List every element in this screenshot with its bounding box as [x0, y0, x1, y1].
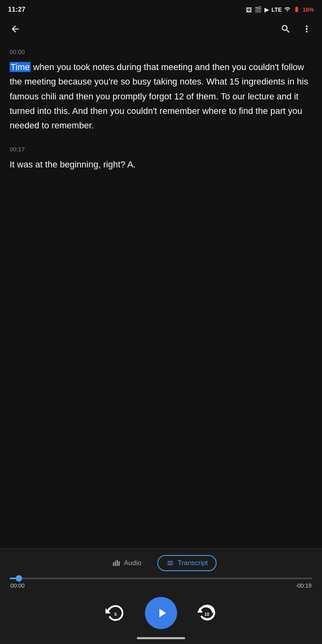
progress-thumb[interactable]: [16, 575, 22, 582]
svg-text:10: 10: [204, 612, 209, 617]
forward-button[interactable]: 10: [196, 603, 217, 623]
status-time: 11:27: [8, 6, 25, 13]
transcript-block-2: 00:17 It was at the beginning, right? A.: [10, 146, 312, 172]
gallery-icon: 🖼: [246, 6, 252, 13]
nav-actions: [277, 20, 316, 38]
signal-icon: [284, 6, 291, 14]
svg-rect-0: [113, 562, 114, 566]
transcript-text-1: Time when you took notes during that mee…: [10, 60, 312, 133]
timestamp-1: 00:00: [10, 48, 312, 55]
timestamp-2: 00:17: [10, 146, 312, 153]
back-button[interactable]: [6, 20, 24, 38]
play-store-icon: ▶: [264, 6, 269, 13]
transcript-text-2: It was at the beginning, right? A.: [10, 157, 312, 172]
transcript-tab-label: Transcript: [178, 559, 208, 567]
home-indicator: [0, 634, 322, 644]
highlighted-word: Time: [10, 62, 31, 72]
playback-controls: 5 10: [0, 590, 322, 634]
progress-times: 00:00 -00:19: [10, 582, 312, 589]
transcript-text-continuation: when you took notes during that meeting …: [10, 62, 308, 130]
status-right: 🖼 🎬 ▶ LTE 16%: [246, 6, 314, 14]
rewind-button[interactable]: 5: [105, 603, 126, 623]
search-button[interactable]: [277, 20, 295, 38]
tab-row: Audio Transcript: [0, 549, 322, 574]
progress-container[interactable]: 00:00 -00:19: [0, 574, 322, 590]
transcript-content: 00:00 Time when you took notes during th…: [0, 40, 322, 198]
home-bar: [137, 637, 185, 639]
transcript-block-1: 00:00 Time when you took notes during th…: [10, 48, 312, 133]
audio-tab-label: Audio: [124, 559, 141, 567]
transcript-tab[interactable]: Transcript: [157, 555, 217, 571]
play-button[interactable]: [145, 597, 177, 629]
more-options-button[interactable]: [298, 20, 316, 38]
svg-rect-1: [115, 561, 116, 566]
battery-percent: 16%: [303, 6, 314, 13]
battery-icon: [293, 6, 300, 14]
current-time: 00:00: [10, 582, 25, 589]
top-nav: [0, 18, 322, 40]
remaining-time: -00:19: [295, 582, 312, 589]
audio-tab[interactable]: Audio: [105, 555, 148, 571]
svg-rect-2: [117, 560, 118, 566]
svg-rect-3: [118, 561, 120, 566]
progress-track[interactable]: [10, 578, 312, 579]
lte-label: LTE: [272, 6, 282, 13]
status-bar: 11:27 🖼 🎬 ▶ LTE 16%: [0, 0, 322, 18]
video-icon: 🎬: [254, 6, 262, 13]
svg-text:5: 5: [114, 612, 117, 617]
bottom-player: Audio Transcript 00:00 -00:19 5: [0, 548, 322, 644]
